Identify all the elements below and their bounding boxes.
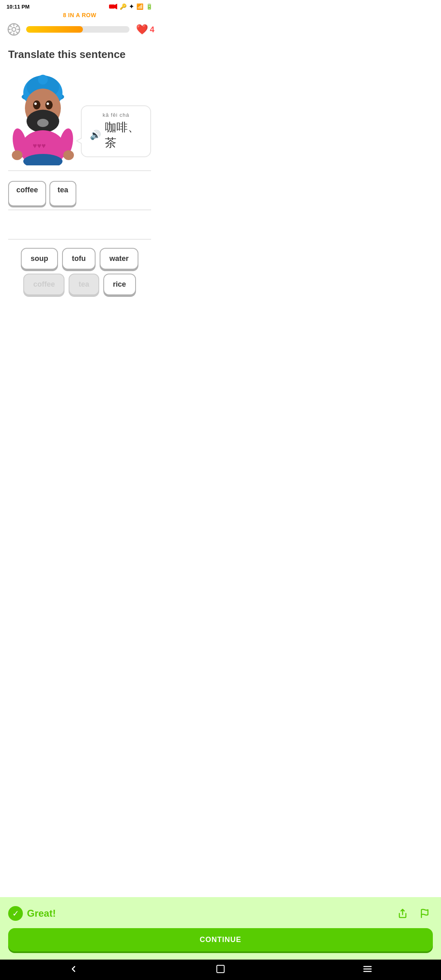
character-area: ♥♥♥ kā fēi chá 🔊 咖啡、茶 bbox=[8, 67, 151, 171]
word-chip-coffee-used: coffee bbox=[23, 274, 65, 295]
svg-text:♥♥♥: ♥♥♥ bbox=[33, 142, 46, 150]
success-left: ✓ Great! bbox=[8, 906, 56, 921]
svg-point-30 bbox=[12, 150, 22, 160]
selected-word-tea[interactable]: tea bbox=[49, 181, 76, 206]
svg-line-9 bbox=[16, 32, 18, 33]
word-bank: soup tofu water coffee tea rice bbox=[8, 245, 151, 295]
word-chip-rice[interactable]: rice bbox=[103, 274, 136, 295]
nav-bar bbox=[0, 960, 159, 980]
svg-line-8 bbox=[10, 25, 11, 27]
great-label: Great! bbox=[27, 908, 56, 919]
signal-icon: 📶 bbox=[136, 3, 143, 10]
status-bar: 10:11 PM 🔑 ✦ 📶 🔋 bbox=[0, 0, 159, 11]
svg-marker-1 bbox=[115, 4, 117, 9]
success-top-row: ✓ Great! bbox=[8, 905, 159, 922]
key-icon: 🔑 bbox=[120, 3, 127, 10]
progress-bar bbox=[26, 26, 129, 33]
header: 8 IN A ROW ❤️ 4 bbox=[0, 11, 159, 38]
svg-line-10 bbox=[16, 25, 18, 27]
exercise-title: Translate this sentence bbox=[8, 48, 151, 61]
back-icon bbox=[69, 964, 78, 974]
character-svg: ♥♥♥ bbox=[8, 67, 78, 165]
status-time: 10:11 PM bbox=[7, 4, 29, 10]
svg-line-11 bbox=[10, 32, 11, 33]
check-circle-icon: ✓ bbox=[8, 906, 23, 921]
nav-back-button[interactable] bbox=[60, 960, 87, 980]
hearts-area: ❤️ 4 bbox=[136, 24, 154, 35]
continue-button[interactable]: CONTINUE bbox=[8, 928, 159, 951]
settings-button[interactable] bbox=[5, 20, 23, 38]
status-icons: 🔑 ✦ 📶 🔋 bbox=[109, 3, 153, 10]
answer-area[interactable]: coffee tea bbox=[8, 178, 151, 210]
chinese-text: 咖啡、茶 bbox=[105, 120, 142, 151]
character-figure: ♥♥♥ bbox=[8, 67, 78, 165]
svg-point-3 bbox=[12, 27, 16, 31]
svg-point-24 bbox=[37, 119, 49, 127]
speech-bubble: kā fēi chá 🔊 咖啡、茶 bbox=[81, 105, 151, 157]
word-chip-tea-used: tea bbox=[69, 274, 99, 295]
svg-point-17 bbox=[33, 100, 40, 109]
progress-fill bbox=[26, 26, 83, 33]
chinese-row: 🔊 咖啡、茶 bbox=[90, 120, 142, 151]
time-label: 10:11 PM bbox=[7, 4, 29, 10]
svg-rect-0 bbox=[109, 4, 115, 9]
word-chip-water[interactable]: water bbox=[100, 248, 138, 270]
selected-word-coffee[interactable]: coffee bbox=[8, 181, 46, 206]
svg-point-20 bbox=[47, 102, 49, 105]
main-content: Translate this sentence bbox=[0, 42, 159, 295]
heart-count: 4 bbox=[150, 25, 154, 34]
pinyin-text: kā fēi chá bbox=[90, 112, 142, 118]
battery-icon: 🔋 bbox=[146, 3, 153, 10]
word-chip-tofu[interactable]: tofu bbox=[62, 248, 96, 270]
sound-button[interactable]: 🔊 bbox=[90, 130, 101, 140]
heart-icon: ❤️ bbox=[136, 24, 148, 35]
word-chip-soup[interactable]: soup bbox=[21, 248, 58, 270]
success-banner: ✓ Great! CONTINUE bbox=[0, 897, 159, 960]
svg-point-19 bbox=[34, 102, 37, 105]
settings-icon bbox=[7, 23, 20, 36]
bluetooth-icon: ✦ bbox=[129, 3, 134, 10]
svg-point-31 bbox=[63, 150, 74, 160]
recording-icon bbox=[109, 4, 117, 9]
empty-answer-line bbox=[8, 215, 151, 240]
svg-point-15 bbox=[38, 75, 48, 85]
svg-point-18 bbox=[45, 100, 53, 109]
streak-label: 8 IN A ROW bbox=[63, 12, 96, 18]
